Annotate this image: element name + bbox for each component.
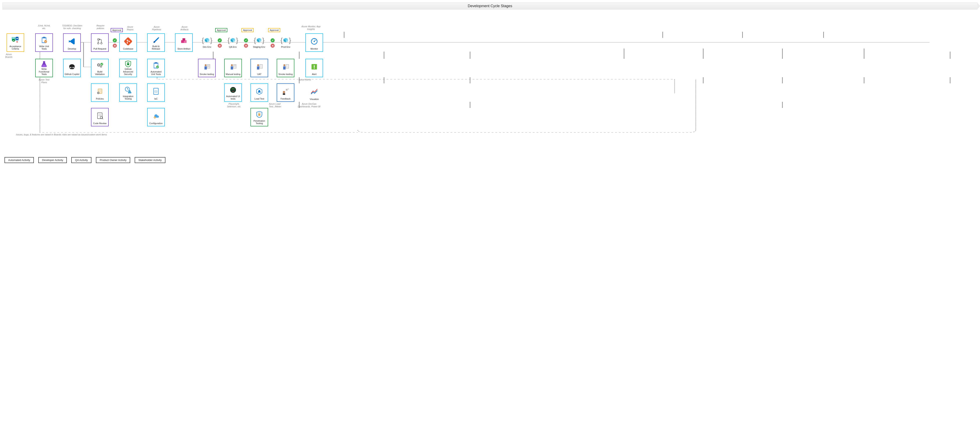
node-codebase: Codebase (119, 33, 137, 52)
legend-stakeholder: Stakeholder Activity (135, 157, 165, 163)
svg-point-60 (73, 67, 74, 68)
svg-point-110 (154, 117, 155, 118)
git-icon (121, 35, 136, 48)
node-manual-testing: Manual testing (224, 59, 242, 77)
svg-rect-72 (207, 64, 210, 68)
monitor-icon (307, 35, 322, 48)
node-load-test: Load Test (250, 83, 268, 102)
legend-developer: Developer Activity (38, 157, 67, 163)
svg-rect-71 (205, 67, 207, 70)
svg-rect-50 (183, 38, 185, 40)
svg-point-63 (100, 65, 102, 68)
svg-point-64 (100, 63, 103, 65)
node-store-artifact: Store Artifact (175, 33, 192, 52)
boards-icon (8, 35, 23, 45)
svg-rect-89 (314, 68, 315, 68)
annot-monitor-tools: Azure Monitor, App Insights (300, 25, 322, 30)
node-smoke-testing-prod: Smoke testing (277, 59, 294, 77)
clock-flask-icon (121, 85, 136, 95)
svg-rect-35 (43, 37, 45, 38)
diagram-canvas: Acceptance Criteria Write Unit Tests Dev… (2, 18, 978, 149)
node-visualize: Visualize (305, 83, 323, 102)
annot-azure-boards: Azure Boards (4, 53, 14, 59)
svg-point-99 (230, 87, 236, 93)
person-clipboard-icon (199, 60, 215, 73)
legend-po: Product Owner Activity (96, 157, 130, 163)
approval-qa: Approval (215, 28, 228, 32)
node-automated-unit-tests: Automated Unit Tests (147, 59, 165, 77)
node-write-unit-tests: Write Unit Tests (35, 33, 53, 52)
chart-icon (306, 84, 322, 98)
annot-azure-pipelines: Azure Pipelines (150, 25, 163, 31)
svg-rect-49 (184, 40, 186, 43)
node-monitor: Monitor (305, 33, 323, 52)
node-penetration-testing: Penetration Testing (250, 108, 268, 126)
svg-point-44 (127, 42, 128, 43)
svg-rect-82 (257, 67, 259, 70)
file-code-icon: { } (148, 85, 164, 97)
node-ghas: GitHub Advanced Security (119, 59, 137, 77)
gears-check-icon (92, 60, 107, 70)
legend: Automated Activity Developer Activity QA… (2, 157, 978, 163)
node-automated-ui-tests: Automated UI tests (224, 83, 242, 102)
svg-point-39 (101, 42, 102, 44)
x-icon: ✕ (270, 44, 275, 48)
copilot-icon (64, 60, 80, 73)
node-github-copilot: GitHub Copilot (63, 59, 81, 77)
node-develop: Develop (63, 33, 81, 52)
svg-point-30 (12, 39, 15, 42)
alert-icon (307, 60, 322, 73)
gate-staging: ✓ ✕ (243, 38, 248, 48)
svg-point-76 (231, 64, 233, 66)
svg-point-84 (283, 64, 286, 66)
x-icon: ✕ (218, 44, 222, 48)
svg-rect-65 (127, 64, 129, 65)
node-feedback: ? Feedback (277, 83, 294, 102)
svg-rect-68 (155, 62, 157, 64)
node-smoke-testing-dev: Smoke testing (198, 59, 216, 77)
svg-rect-86 (286, 64, 289, 68)
pipelines-icon (148, 35, 164, 45)
svg-rect-88 (314, 65, 315, 67)
node-configuration: Configuration (147, 108, 165, 126)
node-code-review: { } Code Review (91, 108, 109, 126)
annot-test-plans: Azure Test Plans (36, 78, 52, 84)
x-icon: ✕ (244, 44, 248, 48)
node-write-functional-tests: Write Functional Tests (35, 59, 53, 77)
node-policies: Policies (91, 83, 109, 102)
annot-feedback-loop: Issues, bugs, & features are raised in B… (16, 133, 123, 136)
svg-point-70 (205, 64, 207, 66)
node-iac: { } IaC (147, 83, 165, 102)
shield-lock-icon (252, 110, 267, 120)
gate-qa: ✓ ✕ (217, 38, 222, 48)
vscode-icon (64, 35, 80, 48)
scroll-gear-icon (92, 85, 107, 97)
svg-text:{ }: { } (155, 89, 158, 92)
annot-playwright: Playwright, Selenium, etc. (226, 103, 242, 108)
svg-line-53 (314, 40, 316, 41)
svg-rect-41 (124, 38, 132, 45)
svg-point-81 (257, 64, 259, 66)
node-staging-env: {} Staging Env (253, 37, 265, 48)
node-integration-testing: Integration Testing (119, 83, 137, 102)
file-search-icon: { } (92, 110, 107, 122)
svg-point-69 (156, 65, 159, 68)
approval-prod: Approval (268, 28, 280, 32)
svg-point-62 (98, 65, 99, 66)
svg-rect-29 (14, 38, 15, 39)
svg-rect-78 (234, 64, 236, 68)
svg-rect-111 (258, 114, 260, 116)
artifacts-icon (176, 35, 191, 48)
title-banner: Development Cycle Stages (2, 2, 978, 10)
clipboard-check-icon (148, 60, 164, 70)
check-icon: ✓ (270, 38, 275, 42)
annot-tdd: TDD/BDD; DevSkim for vuln. checking (62, 24, 83, 30)
person-clipboard-icon (278, 60, 293, 73)
annot-dashboards: Azure DevOps Dashboards, Power BI (297, 103, 321, 108)
svg-point-59 (70, 67, 72, 68)
approval-staging: Approval (242, 28, 253, 32)
gate-prod: ✓ ✕ (270, 38, 275, 48)
svg-text:{ }: { } (99, 114, 101, 116)
node-qa-env: {} QA Env (227, 37, 239, 48)
check-icon: ✓ (244, 38, 248, 42)
